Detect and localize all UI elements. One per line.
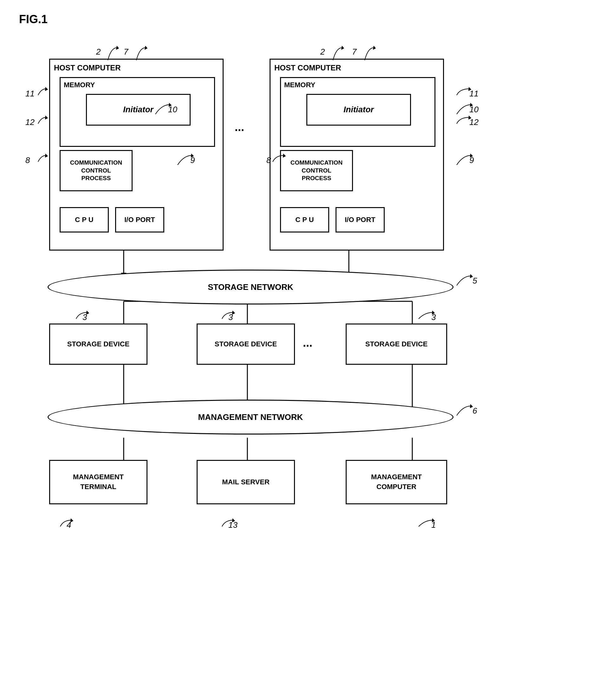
ref-3a: 3	[82, 312, 87, 322]
ref-10b: 10	[469, 105, 478, 114]
host-computer-1-title: HOST COMPUTER	[54, 63, 121, 73]
ref-7b: 7	[352, 47, 357, 57]
mail-server-label: MAIL SERVER	[222, 478, 270, 487]
storage-network-label: STORAGE NETWORK	[208, 282, 293, 292]
host1-memory-label: MEMORY	[64, 80, 95, 90]
ref-8b: 8	[266, 156, 271, 165]
ref-4: 4	[67, 520, 71, 530]
storage-device-2-label: STORAGE DEVICE	[215, 340, 277, 349]
host1-io-label: I/O PORT	[124, 215, 155, 225]
ref-9a: 9	[190, 156, 195, 165]
host-computer-2-outer: HOST COMPUTER MEMORY Initiator COMMUNICA…	[270, 59, 444, 251]
host2-comm-box: COMMUNICATIONCONTROLPROCESS	[280, 150, 353, 191]
storage-network-ellipse: STORAGE NETWORK	[47, 270, 454, 304]
ref-6: 6	[472, 406, 477, 416]
dots-storage: ...	[303, 336, 312, 349]
host1-initiator-label: Initiator	[123, 104, 153, 115]
figure-label: FIG.1	[19, 13, 47, 26]
management-computer-label: MANAGEMENTCOMPUTER	[371, 472, 422, 492]
management-network-ellipse: MANAGEMENT NETWORK	[47, 400, 454, 435]
ref-5: 5	[472, 276, 477, 286]
dots-between-hosts: ...	[235, 121, 244, 134]
management-computer-box: MANAGEMENTCOMPUTER	[346, 460, 447, 504]
ref-2b: 2	[320, 47, 325, 57]
host2-memory-box: MEMORY Initiator	[280, 77, 435, 147]
management-terminal-box: MANAGEMENTTERMINAL	[49, 460, 147, 504]
storage-device-1: STORAGE DEVICE	[49, 324, 147, 365]
host1-comm-label: COMMUNICATIONCONTROLPROCESS	[70, 159, 122, 182]
ref-11a: 11	[25, 89, 35, 99]
host1-cpu-label: C P U	[75, 215, 93, 225]
host2-initiator-label: Initiator	[343, 104, 373, 115]
host1-cpu-box: C P U	[60, 207, 109, 232]
host-computer-2-title: HOST COMPUTER	[274, 63, 341, 73]
ref-10a: 10	[168, 105, 177, 114]
ref-3c: 3	[431, 312, 436, 322]
storage-device-3-label: STORAGE DEVICE	[365, 340, 428, 349]
management-network-label: MANAGEMENT NETWORK	[198, 412, 303, 422]
storage-device-3: STORAGE DEVICE	[346, 324, 447, 365]
host2-comm-label: COMMUNICATIONCONTROLPROCESS	[291, 159, 342, 182]
ref-2a: 2	[96, 47, 101, 57]
host2-cpu-label: C P U	[295, 215, 314, 225]
host2-io-label: I/O PORT	[345, 215, 375, 225]
host2-cpu-box: C P U	[280, 207, 329, 232]
ref-13: 13	[228, 520, 237, 530]
ref-11b: 11	[469, 89, 478, 99]
management-terminal-label: MANAGEMENTTERMINAL	[73, 472, 124, 492]
host2-initiator-box: Initiator	[306, 94, 411, 126]
ref-3b: 3	[228, 312, 233, 322]
ref-12b: 12	[469, 118, 478, 127]
host2-io-box: I/O PORT	[335, 207, 385, 232]
host1-memory-box: MEMORY Initiator	[60, 77, 215, 147]
ref-9b: 9	[469, 156, 474, 165]
host1-comm-box: COMMUNICATIONCONTROLPROCESS	[60, 150, 133, 191]
ref-1: 1	[431, 520, 436, 530]
ref-7a: 7	[124, 47, 128, 57]
ref-8a: 8	[25, 156, 30, 165]
storage-device-1-label: STORAGE DEVICE	[67, 340, 129, 349]
storage-device-2: STORAGE DEVICE	[197, 324, 295, 365]
ref-12a: 12	[25, 118, 35, 127]
host-computer-1-outer: HOST COMPUTER MEMORY Initiator COMMUNICA…	[49, 59, 224, 251]
host2-memory-label: MEMORY	[284, 80, 315, 90]
host1-io-box: I/O PORT	[115, 207, 164, 232]
mail-server-box: MAIL SERVER	[197, 460, 295, 504]
